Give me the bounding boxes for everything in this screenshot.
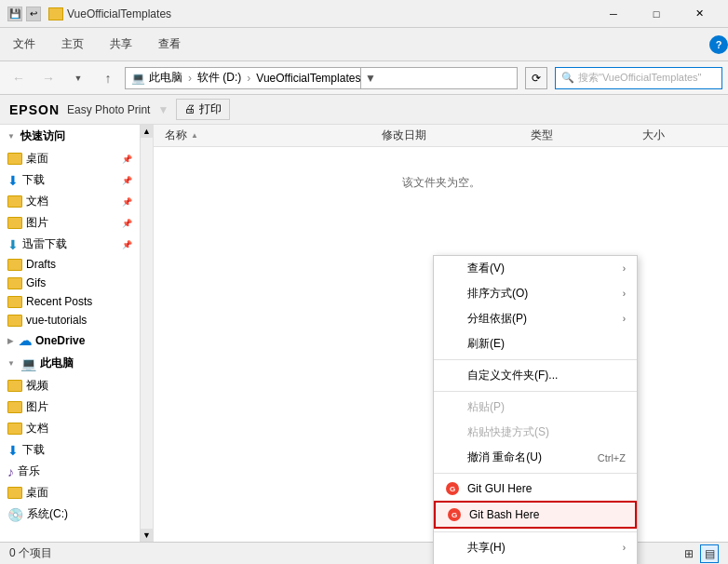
address-bar[interactable]: 💻 此电脑 › 软件 (D:) › VueOfficialTemplates ▼ <box>125 67 518 89</box>
view-controls: ⊞ ▤ <box>680 544 719 563</box>
titlebar: 💾 ↩ VueOfficialTemplates ─ □ ✕ <box>0 0 728 28</box>
cm-git-gui[interactable]: G Git GUI Here <box>434 477 637 501</box>
search-placeholder: 搜索"VueOfficialTemplates" <box>578 71 702 85</box>
quick-access-header[interactable]: ▼ 快速访问 <box>0 125 140 148</box>
folder-icon <box>7 423 22 435</box>
cm-sort[interactable]: 排序方式(O) › <box>434 281 637 306</box>
sidebar-item-gifs[interactable]: Gifs <box>0 274 140 292</box>
refresh-button[interactable]: ⟳ <box>525 67 547 89</box>
customize-icon <box>445 369 460 383</box>
cm-separator <box>434 359 637 360</box>
git-bash-icon: G <box>447 507 462 522</box>
pc-header[interactable]: ▼ 💻 此电脑 <box>0 352 140 375</box>
print-label: 🖨 打印 <box>184 101 221 117</box>
titlebar-icons: 💾 ↩ <box>7 7 41 21</box>
ribbon-tab-home[interactable]: 主页 <box>48 28 97 60</box>
minimize-button[interactable]: ─ <box>592 0 635 28</box>
folder-icon <box>7 195 22 208</box>
save-icon[interactable]: 💾 <box>7 7 22 21</box>
sidebar-item-desktop[interactable]: 桌面 📌 <box>0 148 140 169</box>
cm-customize[interactable]: 自定义文件夹(F)... <box>434 363 637 388</box>
sidebar-item-video[interactable]: 视频 <box>0 375 140 396</box>
sidebar-item-label: 图片 <box>26 399 48 415</box>
ribbon-tab-file[interactable]: 文件 <box>0 28 48 60</box>
cm-svn-checkout[interactable]: S SVN Checkout... <box>434 560 637 564</box>
sidebar-item-pictures[interactable]: 图片 📌 <box>0 212 140 234</box>
onedrive-arrow: ▶ <box>7 337 13 345</box>
context-menu: 查看(V) › 排序方式(O) › 分组依据(P) › 刷新(E) 自定义文件夹… <box>433 255 638 564</box>
sidebar-item-xunlei[interactable]: ⬇ 迅雷下载 📌 <box>0 234 140 255</box>
sidebar-item-drafts[interactable]: Drafts <box>0 255 140 274</box>
list-view-button[interactable]: ▤ <box>700 544 719 563</box>
sidebar-item-label: 系统(C:) <box>27 506 68 522</box>
column-headers: 名称 ▲ 修改日期 类型 大小 <box>154 125 728 147</box>
sidebar-item-label: 桌面 <box>26 485 48 501</box>
back-button[interactable]: ← <box>6 66 32 90</box>
maximize-button[interactable]: □ <box>635 0 678 28</box>
sidebar-item-pc-desktop[interactable]: 桌面 <box>0 482 140 504</box>
sidebar-item-drive-c[interactable]: 💿 系统(C:) <box>0 504 140 525</box>
sidebar-item-pc-docs[interactable]: 文档 <box>0 418 140 439</box>
pin-icon: 📌 <box>122 176 132 185</box>
col-name[interactable]: 名称 ▲ <box>165 128 382 143</box>
search-bar[interactable]: 🔍 搜索"VueOfficialTemplates" <box>555 67 722 89</box>
folder-icon <box>7 315 22 327</box>
cm-view[interactable]: 查看(V) › <box>434 256 637 281</box>
cm-refresh[interactable]: 刷新(E) <box>434 331 637 356</box>
cm-share[interactable]: 共享(H) › <box>434 535 637 560</box>
scroll-up-button[interactable]: ▲ <box>141 125 154 138</box>
sidebar-item-label: Gifs <box>26 276 46 289</box>
pc-arrow: ▼ <box>7 359 15 368</box>
ribbon-tab-share[interactable]: 共享 <box>97 28 145 60</box>
cm-undo[interactable]: 撤消 重命名(U) Ctrl+Z <box>434 445 637 470</box>
sidebar-item-downloads[interactable]: ⬇ 下载 📌 <box>0 169 140 191</box>
sidebar-item-label: Recent Posts <box>26 295 92 308</box>
submenu-arrow: › <box>623 314 626 324</box>
address-dropdown-button[interactable]: ▼ <box>360 68 379 88</box>
details-view-button[interactable]: ⊞ <box>680 544 698 563</box>
pc-icon: 💻 <box>20 356 36 371</box>
print-button[interactable]: 🖨 打印 <box>176 99 229 120</box>
search-icon: 🔍 <box>561 72 574 84</box>
scroll-down-button[interactable]: ▼ <box>141 529 154 542</box>
col-date[interactable]: 修改日期 <box>382 128 531 143</box>
paste-shortcut-icon <box>445 425 460 440</box>
sidebar-item-label: 音乐 <box>18 463 40 479</box>
help-button[interactable]: ? <box>709 35 728 54</box>
epson-app-name: Easy Photo Print <box>67 103 150 116</box>
ribbon-tab-view[interactable]: 查看 <box>145 28 194 60</box>
ribbon: 文件 主页 共享 查看 ? <box>0 28 728 61</box>
onedrive-header[interactable]: ▶ ☁ OneDrive <box>0 329 140 352</box>
up-button[interactable]: ↑ <box>95 66 121 90</box>
cm-paste: 粘贴(P) <box>434 395 637 420</box>
sidebar-item-vue-tutorials[interactable]: vue-tutorials <box>0 311 140 329</box>
music-icon: ♪ <box>7 464 14 479</box>
sidebar-item-pc-pictures[interactable]: 图片 <box>0 396 140 418</box>
cm-paste-shortcut: 粘贴快捷方式(S) <box>434 420 637 445</box>
sidebar-item-music[interactable]: ♪ 音乐 <box>0 461 140 482</box>
cm-git-bash[interactable]: G Git Bash Here <box>434 501 637 529</box>
titlebar-controls: ─ □ ✕ <box>592 0 721 28</box>
forward-button[interactable]: → <box>35 66 61 90</box>
folder-icon <box>7 401 22 413</box>
sidebar-item-docs[interactable]: 文档 📌 <box>0 191 140 212</box>
sidebar-scrollbar[interactable]: ▲ ▼ <box>140 125 153 542</box>
sidebar-item-label: vue-tutorials <box>26 314 87 327</box>
submenu-arrow: › <box>623 289 626 299</box>
sidebar: ▼ 快速访问 桌面 📌 ⬇ 下载 📌 文档 📌 图片 📌 <box>0 125 154 542</box>
close-button[interactable]: ✕ <box>678 0 721 28</box>
sidebar-item-label: 文档 <box>26 421 48 436</box>
titlebar-title: VueOfficialTemplates <box>67 7 592 20</box>
breadcrumb-folder: VueOfficialTemplates <box>256 72 360 85</box>
recent-locations-button[interactable]: ▼ <box>65 66 91 90</box>
sidebar-item-recent-posts[interactable]: Recent Posts <box>0 292 140 311</box>
sidebar-item-label: 图片 <box>26 215 48 231</box>
sidebar-item-pc-downloads[interactable]: ⬇ 下载 <box>0 439 140 461</box>
cm-group[interactable]: 分组依据(P) › <box>434 306 637 331</box>
col-type[interactable]: 类型 <box>531 128 642 143</box>
toolbar: ← → ▼ ↑ 💻 此电脑 › 软件 (D:) › VueOfficialTem… <box>0 61 728 95</box>
titlebar-folder-icon <box>48 7 63 20</box>
col-size[interactable]: 大小 <box>642 128 717 143</box>
undo-title-icon[interactable]: ↩ <box>26 7 41 21</box>
onedrive-label: OneDrive <box>35 334 85 347</box>
